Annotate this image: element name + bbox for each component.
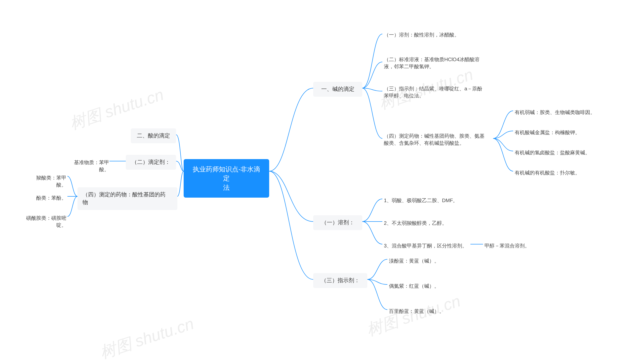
right-branch-alkali-titration[interactable]: 一、碱的滴定	[313, 82, 362, 97]
left-branch-titrant[interactable]: （二）滴定剂：	[126, 155, 176, 170]
solvent-weak-acid: 1、弱酸、极弱酸乙二胺、DMF。	[382, 196, 483, 205]
alkali-indicator: （三）指示剂：结晶紫、喹哪啶红、a－萘酚 苯甲醇、电位法。	[382, 84, 488, 100]
connector-layer	[0, 0, 644, 361]
alkali-solvent: （一）溶剂：酸性溶剂，冰醋酸。	[382, 30, 483, 39]
left-drug-carboxylic: 羧酸类：苯甲酸。	[25, 173, 68, 189]
solvent-not-weak-carboxylic: 2、不太弱羧酸醇类，乙醇。	[382, 219, 483, 228]
solvent-mixed-acid[interactable]: 3、混合酸甲基异丁酮，区分性溶剂。	[382, 241, 473, 250]
indicator-bromophenol: 溴酚蓝：黄蓝（碱）。	[387, 256, 463, 265]
watermark: 树图 shutu.cn	[67, 84, 167, 135]
alkali-sub-weak-organic-base: 有机弱碱：胺类、生物碱类咖啡因。	[513, 108, 604, 117]
alkali-sub-hydrohalide: 有机碱的氢卤酸盐：盐酸麻黄碱。	[513, 148, 604, 157]
left-drug-phenol: 酚类：苯酚。	[25, 193, 68, 202]
indicator-thymol-blue: 百里酚蓝：黄蓝（碱）。	[387, 307, 463, 316]
indicator-azo-violet: 偶氮紫：红蓝（碱）。	[387, 281, 463, 291]
left-titrant-child: 基准物质：苯甲酸。	[63, 158, 111, 174]
left-branch-acid-titration[interactable]: 二、酸的滴定	[131, 128, 176, 143]
mindmap-root[interactable]: 执业药师知识点-非水滴定 法	[184, 159, 269, 198]
alkali-sub-organic-acid-base-metal: 有机酸碱金属盐：枸橼酸钾。	[513, 128, 604, 137]
right-branch-indicator[interactable]: （三）指示剂：	[313, 273, 367, 288]
alkali-standard-solution: （二）标准溶液：基准物质HClO4冰醋酸溶 液，邻苯二甲酸氢钾。	[382, 55, 488, 71]
left-branch-measured-drugs[interactable]: （四）测定的药物：酸性基团的药 物	[77, 187, 177, 210]
left-drug-sulfonamide: 磺酰胺类：磺胺嘧啶。	[18, 213, 68, 230]
solvent-mixed-sub: 甲醇－苯混合溶剂。	[483, 241, 543, 250]
right-branch-solvent[interactable]: （一）溶剂：	[313, 215, 362, 230]
alkali-measured-drugs[interactable]: （四）测定药物：碱性基团药物、胺类、氨基 酸类、含氮杂环、有机碱盐弱酸盐。	[382, 131, 493, 148]
alkali-sub-organic-acid-salt: 有机碱的有机酸盐：扑尔敏。	[513, 168, 604, 177]
watermark: 树图 shutu.cn	[97, 313, 197, 361]
